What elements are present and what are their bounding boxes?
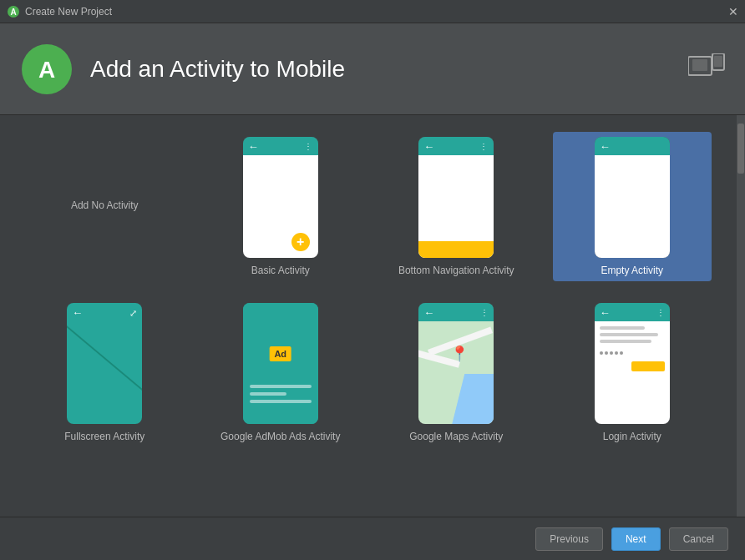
bottom-nav-activity-label: Bottom Navigation Activity — [398, 265, 514, 276]
activity-item-no-activity[interactable]: Add No Activity — [25, 132, 185, 278]
scrollbar[interactable] — [737, 115, 745, 517]
activity-item-empty[interactable]: ← Empty Activity — [553, 132, 712, 281]
svg-text:A: A — [10, 8, 16, 17]
main-content: Add No Activity ← ⋮ + Basic Activity ← ⋮ — [0, 115, 745, 517]
page-title: Add an Activity to Mobile — [90, 56, 345, 83]
title-bar: A Create New Project ✕ — [0, 0, 745, 23]
admob-activity-label: Google AdMob Ads Activity — [220, 431, 340, 442]
maps-activity-preview: ← ⋮ 📍 — [418, 303, 494, 424]
login-activity-label: Login Activity — [603, 431, 661, 442]
footer: Previous Next Cancel — [0, 517, 745, 560]
previous-button[interactable]: Previous — [535, 527, 603, 551]
activity-item-login[interactable]: ← ⋮ — [553, 298, 712, 447]
cancel-button[interactable]: Cancel — [669, 527, 728, 551]
activity-item-admob[interactable]: Ad Google AdMob Ads Activity — [201, 298, 361, 447]
login-activity-preview: ← ⋮ — [595, 303, 670, 424]
activity-grid: Add No Activity ← ⋮ + Basic Activity ← ⋮ — [0, 115, 737, 517]
close-button[interactable]: ✕ — [728, 5, 738, 18]
empty-activity-label: Empty Activity — [601, 265, 663, 276]
maps-activity-label: Google Maps Activity — [409, 431, 503, 442]
android-studio-logo: A — [20, 43, 73, 96]
activity-item-fullscreen[interactable]: ← ⤢ Fullscreen Activity — [25, 298, 185, 447]
no-activity-label: Add No Activity — [71, 199, 139, 211]
admob-activity-preview: Ad — [243, 303, 318, 424]
activity-item-basic[interactable]: ← ⋮ + Basic Activity — [201, 132, 361, 281]
svg-rect-7 — [714, 56, 722, 67]
phone-tablet-icon — [688, 53, 725, 85]
fullscreen-activity-preview: ← ⤢ — [67, 303, 142, 424]
svg-text:A: A — [38, 57, 55, 83]
app-icon: A — [7, 5, 20, 18]
scrollbar-thumb[interactable] — [737, 124, 744, 174]
svg-rect-5 — [692, 59, 707, 71]
header: A Add an Activity to Mobile — [0, 23, 745, 115]
bottom-nav-activity-preview: ← ⋮ — [418, 137, 494, 258]
basic-activity-preview: ← ⋮ + — [243, 137, 318, 258]
next-button[interactable]: Next — [611, 527, 661, 551]
activity-item-maps[interactable]: ← ⋮ 📍 Google Maps Activity — [377, 298, 536, 447]
basic-activity-label: Basic Activity — [251, 265, 310, 276]
title-bar-text: Create New Project — [25, 6, 112, 18]
empty-activity-preview: ← — [595, 137, 670, 258]
fullscreen-activity-label: Fullscreen Activity — [64, 431, 144, 442]
activity-item-bottom-nav[interactable]: ← ⋮ Bottom Navigation Activity — [377, 132, 536, 281]
